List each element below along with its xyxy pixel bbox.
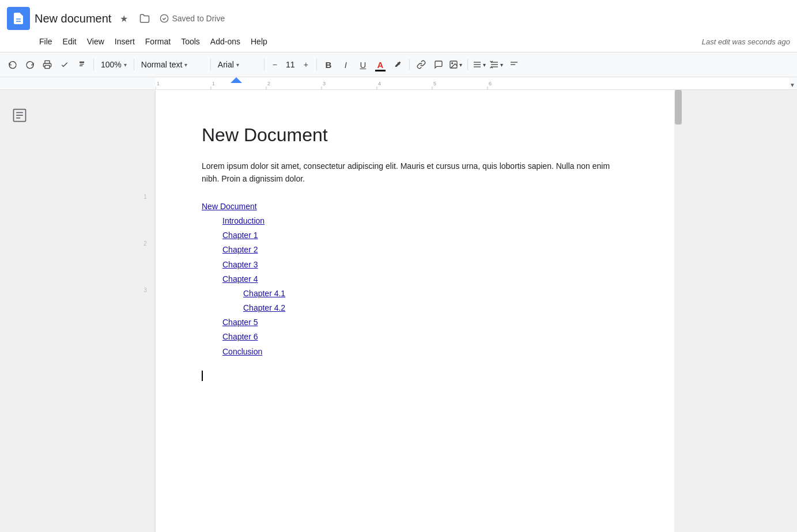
svg-text:3: 3 <box>323 81 326 86</box>
line-numbers: 1 2 3 <box>139 90 151 532</box>
undo-button[interactable] <box>5 56 21 73</box>
menu-file[interactable]: File <box>35 35 57 48</box>
toc-item-chapter2[interactable]: Chapter 2 <box>222 243 628 257</box>
svg-text:4: 4 <box>378 81 381 86</box>
font-size-input[interactable] <box>282 60 299 69</box>
image-button[interactable]: ▾ <box>448 56 464 73</box>
comment-button[interactable] <box>430 56 447 73</box>
toolbar-divider-1 <box>93 59 94 70</box>
left-sidebar: 1 2 3 <box>0 90 156 532</box>
app-icon[interactable] <box>7 7 30 30</box>
font-select[interactable]: Arial ▾ <box>214 56 260 73</box>
svg-text:5: 5 <box>433 81 436 86</box>
underline-button[interactable]: U <box>355 56 371 73</box>
toolbar: 100% ▾ Normal text ▾ Arial ▾ − + B I U A <box>0 52 797 77</box>
document-title[interactable]: New document <box>35 12 111 25</box>
spellcheck-button[interactable] <box>56 56 73 73</box>
toc-item-chapter6[interactable]: Chapter 6 <box>222 330 628 344</box>
font-size-plus-button[interactable]: + <box>299 58 313 71</box>
cursor-line <box>202 371 628 382</box>
star-button[interactable]: ★ <box>116 10 132 27</box>
toc-item-chapter42[interactable]: Chapter 4.2 <box>243 301 628 315</box>
svg-point-4 <box>452 63 453 64</box>
line-num-3: 3 <box>143 287 147 293</box>
align-button[interactable]: ▾ <box>471 56 488 73</box>
toc-item-introduction[interactable]: Introduction <box>222 214 628 228</box>
line-num-1: 1 <box>143 194 147 200</box>
toc-item-conclusion[interactable]: Conclusion <box>222 345 628 359</box>
toc-item-chapter1[interactable]: Chapter 1 <box>222 228 628 243</box>
toc-item-chapter41[interactable]: Chapter 4.1 <box>243 286 628 301</box>
toc-sidebar-icon[interactable] <box>12 107 28 127</box>
toc-item-chapter5[interactable]: Chapter 5 <box>222 315 628 330</box>
title-bar: New document ★ Saved to Drive <box>0 0 797 33</box>
menu-edit[interactable]: Edit <box>58 35 81 48</box>
print-button[interactable] <box>39 56 55 73</box>
toc-item-chapter4[interactable]: Chapter 4 <box>222 272 628 286</box>
toolbar-divider-4 <box>264 59 265 70</box>
font-size-minus-button[interactable]: − <box>268 58 282 71</box>
menu-addons[interactable]: Add-ons <box>206 35 245 48</box>
zoom-arrow: ▾ <box>124 62 127 68</box>
menu-format[interactable]: Format <box>141 35 175 48</box>
style-select[interactable]: Normal text ▾ <box>138 56 207 73</box>
document-heading: New Document <box>202 124 628 146</box>
toc-container: New Document Introduction Chapter 1 Chap… <box>202 199 628 359</box>
line-spacing-button[interactable]: ▾ <box>489 56 505 73</box>
svg-text:2: 2 <box>267 81 270 86</box>
toolbar-divider-7 <box>467 59 468 70</box>
svg-marker-27 <box>231 77 242 83</box>
menu-insert[interactable]: Insert <box>110 35 139 48</box>
font-size-controls: − + <box>268 58 313 71</box>
zoom-select[interactable]: 100% ▾ <box>97 56 130 73</box>
redo-button[interactable] <box>22 56 38 73</box>
main-area: 1 2 3 New Document Lorem ipsum dolor sit… <box>0 90 797 532</box>
document-body[interactable]: Lorem ipsum dolor sit amet, consectetur … <box>202 160 628 186</box>
ruler: 1 1 2 3 4 5 6 ▼ <box>0 77 797 90</box>
document-page[interactable]: New Document Lorem ipsum dolor sit amet,… <box>156 90 674 532</box>
text-cursor <box>202 371 203 381</box>
scrollbar-area[interactable] <box>674 90 682 532</box>
svg-rect-2 <box>45 65 50 68</box>
menu-help[interactable]: Help <box>246 35 272 48</box>
font-arrow: ▾ <box>236 62 239 68</box>
text-color-button[interactable]: A <box>372 56 388 73</box>
toc-item-chapter3[interactable]: Chapter 3 <box>222 258 628 272</box>
toc-item-new-document[interactable]: New Document <box>202 199 628 214</box>
ruler-ticks: 1 1 2 3 4 5 6 <box>156 77 789 89</box>
menu-view[interactable]: View <box>82 35 109 48</box>
saved-status: Saved to Drive <box>160 14 225 23</box>
menu-bar: File Edit View Insert Format Tools Add-o… <box>0 33 797 52</box>
style-arrow: ▾ <box>184 62 187 68</box>
paint-format-button[interactable] <box>74 56 90 73</box>
link-button[interactable] <box>413 56 429 73</box>
bold-button[interactable]: B <box>320 56 337 73</box>
svg-text:1: 1 <box>157 81 160 86</box>
title-icons: ★ <box>116 10 153 27</box>
folder-button[interactable] <box>137 10 153 27</box>
toolbar-divider-3 <box>210 59 211 70</box>
svg-text:1: 1 <box>212 81 215 86</box>
toolbar-divider-2 <box>134 59 134 70</box>
menu-tools[interactable]: Tools <box>176 35 205 48</box>
toolbar-divider-5 <box>316 59 317 70</box>
toolbar-divider-6 <box>409 59 410 70</box>
svg-text:6: 6 <box>489 81 492 86</box>
line-num-2: 2 <box>143 240 147 247</box>
italic-button[interactable]: I <box>338 56 354 73</box>
more-toolbar-button[interactable] <box>506 56 522 73</box>
highlight-button[interactable] <box>390 56 406 73</box>
last-edit-status: Last edit was seconds ago <box>702 37 790 46</box>
